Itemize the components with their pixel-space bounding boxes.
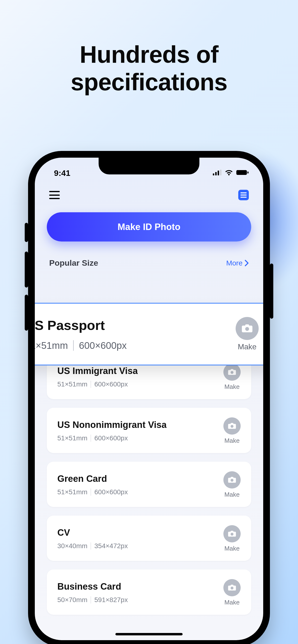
svg-rect-3	[220, 170, 221, 176]
make-button[interactable]: Make	[236, 317, 259, 351]
card-mm: 51×51mm	[57, 488, 87, 496]
menu-icon[interactable]	[49, 191, 60, 199]
phone-side-button	[25, 223, 28, 242]
camera-icon	[223, 364, 241, 381]
make-button[interactable]: Make	[223, 579, 241, 606]
card-px: 600×600px	[94, 488, 128, 496]
more-label: More	[226, 259, 243, 267]
separator	[91, 542, 91, 550]
make-button[interactable]: Make	[223, 525, 241, 552]
featured-card[interactable]: US Passport 51×51mm 600×600px Make	[35, 303, 263, 365]
card-mm: 30×40mm	[57, 542, 87, 550]
phone-notch	[99, 158, 199, 174]
svg-rect-0	[213, 174, 214, 176]
featured-mm: 51×51mm	[35, 340, 68, 351]
spec-card[interactable]: Green Card 51×51mm 600×600px Make	[47, 462, 251, 507]
svg-point-10	[231, 533, 233, 536]
card-mm: 50×70mm	[57, 596, 87, 604]
svg-rect-5	[247, 172, 249, 174]
featured-px: 600×600px	[79, 340, 127, 351]
card-px: 591×827px	[94, 596, 128, 604]
svg-point-7	[231, 371, 233, 374]
spec-card[interactable]: CV 30×40mm 354×472px Make	[47, 516, 251, 561]
make-label: Make	[238, 342, 256, 351]
phone-screen: 9:41 Make ID Photo Popular Size More	[35, 158, 263, 640]
svg-point-8	[231, 425, 233, 428]
wifi-icon	[225, 170, 233, 176]
card-dimensions: 30×40mm 354×472px	[57, 542, 128, 550]
make-id-photo-button[interactable]: Make ID Photo	[47, 212, 251, 242]
card-title: Green Card	[57, 474, 128, 484]
make-label: Make	[224, 545, 240, 552]
camera-icon	[223, 525, 241, 542]
card-mm: 51×51mm	[57, 380, 87, 388]
svg-rect-4	[236, 170, 247, 175]
make-label: Make	[224, 599, 240, 606]
featured-dimensions: 51×51mm 600×600px	[35, 340, 127, 351]
card-mm: 51×51mm	[57, 434, 87, 442]
phone-side-button	[25, 252, 28, 288]
make-label: Make	[224, 383, 240, 390]
list-mode-button[interactable]	[238, 190, 249, 200]
separator	[91, 381, 91, 388]
make-button[interactable]: Make	[223, 417, 241, 444]
camera-icon	[236, 317, 259, 340]
separator	[91, 434, 91, 442]
card-list: US Immigrant Visa 51×51mm 600×600px Make…	[35, 354, 263, 615]
make-button[interactable]: Make	[223, 364, 241, 390]
cellular-icon	[213, 170, 221, 176]
card-title: US Immigrant Visa	[57, 366, 138, 376]
card-px: 600×600px	[94, 434, 128, 442]
make-label: Make	[224, 437, 240, 444]
spec-card[interactable]: US Nononimmigrant Visa 51×51mm 600×600px…	[47, 408, 251, 453]
card-dimensions: 51×51mm 600×600px	[57, 488, 128, 496]
phone-side-button	[270, 264, 273, 319]
camera-icon	[223, 471, 241, 488]
section-title: Popular Size	[49, 258, 98, 268]
camera-icon	[223, 579, 241, 596]
svg-rect-1	[215, 172, 217, 176]
separator	[73, 340, 74, 351]
more-button[interactable]: More	[226, 259, 249, 267]
make-button[interactable]: Make	[223, 471, 241, 498]
phone-frame: 9:41 Make ID Photo Popular Size More	[28, 151, 270, 644]
home-indicator	[115, 633, 183, 636]
svg-rect-2	[218, 170, 219, 176]
app-toolbar	[35, 184, 263, 202]
phone-side-button	[25, 295, 28, 330]
card-title: CV	[57, 528, 128, 538]
spec-card[interactable]: Business Card 50×70mm 591×827px Make	[47, 570, 251, 615]
separator	[91, 596, 91, 604]
camera-icon	[223, 417, 241, 434]
page-headline: Hundreds of specifications	[0, 41, 298, 96]
battery-icon	[236, 170, 249, 176]
svg-point-11	[231, 587, 233, 590]
make-label: Make	[224, 491, 240, 498]
chevron-right-icon	[244, 260, 249, 266]
featured-title: US Passport	[35, 318, 127, 333]
status-time: 9:41	[54, 168, 70, 178]
svg-point-6	[245, 327, 249, 331]
card-dimensions: 50×70mm 591×827px	[57, 596, 128, 604]
separator	[91, 488, 91, 496]
card-title: Business Card	[57, 582, 128, 592]
card-dimensions: 51×51mm 600×600px	[57, 434, 167, 442]
card-title: US Nononimmigrant Visa	[57, 420, 167, 430]
svg-point-9	[231, 479, 233, 482]
card-dimensions: 51×51mm 600×600px	[57, 380, 138, 388]
card-px: 354×472px	[94, 542, 128, 550]
card-px: 600×600px	[94, 380, 128, 388]
